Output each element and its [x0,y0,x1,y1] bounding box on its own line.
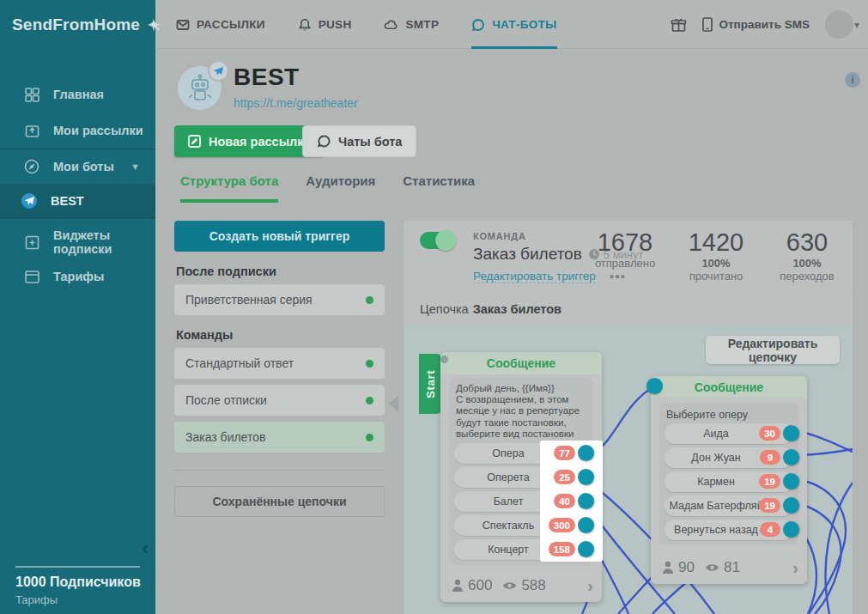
node-header[interactable]: Сообщение [440,352,602,374]
stat-value: 630 [774,228,841,257]
nav-smtp[interactable]: SMTP [384,0,439,49]
bot-url-link[interactable]: https://t.me/greatheater [234,96,358,110]
output-connector-icon[interactable] [783,425,799,441]
output-connector-icon[interactable] [783,449,799,465]
bot-button-row: Мадам Батерфляй 19 [665,495,793,516]
stat-label: переходов [774,270,841,283]
bot-button-row: Кармен 19 [665,471,793,492]
input-connector-icon[interactable] [646,378,663,394]
chain-prefix: Цепочка [420,302,469,316]
sidebar-item-label: Тарифы [53,270,104,283]
chevron-down-icon[interactable]: ▾ [854,19,859,31]
output-connector-icon[interactable] [578,517,594,533]
nav-broadcasts[interactable]: РАССЫЛКИ [176,0,265,49]
command-title: Заказ билетов [473,245,582,264]
sidebar-item-label: BEST [51,194,84,208]
send-sms-label: Отправить SMS [719,18,810,31]
click-count-badge: 300 [549,518,575,532]
trigger-item-standard-reply[interactable]: Стандартный ответ [174,348,385,379]
output-connector-icon[interactable] [578,469,594,485]
eye-icon [502,581,517,591]
edit-trigger-link[interactable]: Редактировать триггер [473,270,596,283]
trigger-item-after-unsubscribe[interactable]: После отписки [174,385,385,416]
nav-chatbots[interactable]: ЧАТ-БОТЫ [471,0,556,49]
tab-statistics[interactable]: Статистика [403,173,475,203]
trigger-item-order-tickets[interactable]: Заказ билетов [174,422,385,453]
output-connector-icon[interactable] [783,521,799,538]
trigger-panel: Создать новый триггер После подписки При… [174,221,385,517]
users-stat: 600 [452,577,492,594]
sidebar-item-label: Мои рассылки [53,124,143,137]
output-connector-icon[interactable] [578,541,594,557]
eye-icon [705,562,719,573]
command-enabled-toggle[interactable] [420,232,454,249]
sidebar-item-widgets[interactable]: Виджеты подписки [0,225,155,259]
robot-icon [186,74,214,103]
output-connector-icon[interactable] [783,497,799,514]
subscribers-count: 1000 Подписчиков [15,574,141,590]
sidebar-item-best[interactable]: BEST [0,184,155,218]
trigger-item-welcome[interactable]: Приветственная серия [174,284,385,315]
chevron-right-icon[interactable]: › [792,558,798,576]
topbar-nav: РАССЫЛКИ PUSH SMTP ЧАТ-БОТЫ [176,0,557,49]
nav-push[interactable]: PUSH [298,0,352,49]
active-dot [366,397,373,404]
trigger-item-label: Стандартный ответ [185,356,294,370]
sidebar-divider [0,218,155,219]
flow-canvas[interactable]: Редактировать цепочку Start Сообщение До… [404,325,853,614]
node-header[interactable]: Сообщение [651,376,807,398]
chevron-right-icon[interactable]: › [587,576,593,594]
tariffs-link[interactable]: Тарифы [15,593,58,606]
sidebar-item-my-bots[interactable]: Мои боты ▼ [0,149,155,184]
sidebar-item-home[interactable]: Главная [0,77,155,112]
collapse-left-arrow-icon[interactable] [388,396,398,411]
message-text: Выберите оперу [665,408,793,422]
user-avatar[interactable] [825,10,853,39]
click-count-badge: 30 [759,426,780,441]
output-connector-icon[interactable] [783,473,799,489]
input-connector-icon[interactable] [440,356,448,363]
start-tag[interactable]: Start [419,354,441,414]
bot-chats-button[interactable]: Чаты бота [302,125,416,157]
views-stat: 588 [502,577,545,594]
compass-send-icon [24,159,39,174]
topbar-right: Отправить SMS ▾ [671,0,859,49]
bot-button-row: Дон Жуан 9 [665,447,793,468]
telegram-icon [21,193,37,209]
envelope-icon [176,18,190,32]
sidebar-item-my-broadcasts[interactable]: Мои рассылки [0,113,155,148]
message-node-1[interactable]: Сообщение Добрый день, {{Имя}} С возвращ… [440,352,602,602]
divider [174,470,385,471]
views-count: 81 [724,559,740,576]
send-sms-button[interactable]: Отправить SMS [702,17,810,32]
info-icon[interactable]: i [845,72,860,88]
message-node-2[interactable]: Сообщение Выберите оперу Аида 30 Дон Жуа… [651,376,807,584]
cloud-icon [384,18,398,32]
sidebar-collapse-icon[interactable]: ‹ [143,539,149,558]
sidebar: Главная Мои рассылки Мои боты ▼ BEST [0,49,155,614]
stat-percent: 100% [683,257,750,270]
output-connector-icon[interactable] [578,445,594,461]
bell-icon [298,18,312,32]
tab-structure[interactable]: Структура бота [180,173,278,203]
tab-audience[interactable]: Аудитория [306,173,375,203]
output-connector-icon[interactable] [578,493,594,509]
stat-percent: 100% [774,257,841,270]
edit-chain-button[interactable]: Редактировать цепочку [706,336,840,364]
new-broadcast-label: Новая рассылка [209,135,311,149]
compose-icon [188,135,201,148]
saved-chains-button[interactable]: Сохранённые цепочки [174,486,385,517]
sidebar-item-tariffs[interactable]: Тарифы [0,259,155,294]
topbar: РАССЫЛКИ PUSH SMTP ЧАТ-БОТЫ [0,0,868,49]
stat-label: прочитано [683,270,750,283]
node-footer: 600 588 › [452,576,593,594]
gift-icon[interactable] [671,17,687,33]
nav-label: SMTP [405,18,439,31]
views-stat: 81 [705,559,740,576]
create-trigger-button[interactable]: Создать новый триггер [174,221,385,252]
sidebar-item-label: Главная [53,88,104,101]
active-dot [366,360,373,368]
chat-bubble-icon [471,18,485,32]
app-logo-text: SendFromHome [12,15,140,34]
users-count: 600 [468,577,492,594]
